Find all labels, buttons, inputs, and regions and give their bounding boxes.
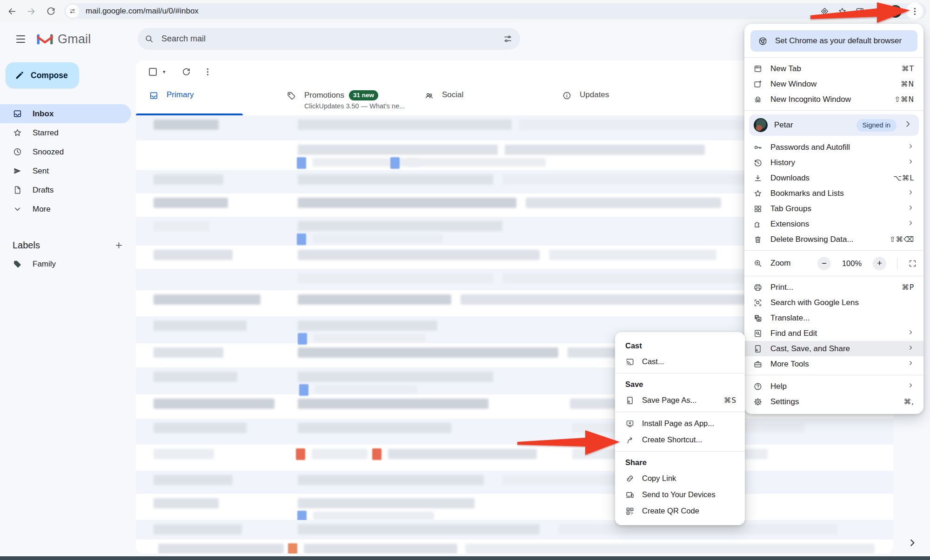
redacted-text bbox=[298, 524, 540, 534]
menu-item-new-tab[interactable]: New Tab⌘T bbox=[744, 61, 923, 76]
redacted-text bbox=[313, 234, 443, 243]
chevron-right-icon bbox=[907, 344, 914, 353]
browser-menu-button[interactable] bbox=[906, 3, 923, 20]
table-row[interactable] bbox=[136, 419, 893, 445]
select-dropdown-icon[interactable]: ▾ bbox=[163, 69, 166, 75]
menu-item-extensions[interactable]: Extensions bbox=[744, 216, 923, 232]
redacted-attachment bbox=[297, 157, 306, 169]
sidebar-item-snoozed[interactable]: Snoozed bbox=[0, 142, 131, 161]
menu-item-print[interactable]: Print...⌘P bbox=[744, 280, 923, 295]
menu-item-history[interactable]: History bbox=[744, 155, 923, 170]
more-icon bbox=[13, 204, 22, 214]
download-tray-icon[interactable] bbox=[870, 4, 884, 18]
tab-promotions[interactable]: Promotions31 newClickUpdates 3.50 — What… bbox=[274, 83, 411, 115]
chevron-right-icon bbox=[907, 143, 914, 150]
submenu-item-install-page-as-app[interactable]: Install Page as App... bbox=[615, 415, 745, 432]
side-panel-icon[interactable] bbox=[853, 4, 867, 18]
submenu-separator bbox=[615, 412, 745, 412]
pencil-icon bbox=[14, 70, 25, 80]
zoom-out-button[interactable]: − bbox=[817, 257, 831, 270]
table-row[interactable] bbox=[136, 520, 893, 540]
drafts-icon bbox=[13, 185, 22, 195]
bookmark-star-icon[interactable] bbox=[835, 4, 849, 18]
menu-item-downloads[interactable]: Downloads⌥⌘L bbox=[744, 170, 923, 186]
zoom-in-button[interactable]: + bbox=[873, 257, 886, 270]
sidebar-item-sent[interactable]: Sent bbox=[0, 161, 131, 180]
submenu-item-create-shortcut[interactable]: Create Shortcut... bbox=[615, 432, 745, 448]
menu-item-tab-groups[interactable]: Tab Groups bbox=[744, 201, 923, 216]
refresh-button[interactable] bbox=[178, 63, 195, 80]
tab-updates[interactable]: Updates bbox=[549, 83, 687, 115]
menu-item-search-with-google-lens[interactable]: Search with Google Lens bbox=[744, 295, 923, 310]
sidebar-item-more[interactable]: More bbox=[0, 200, 131, 219]
redacted-text bbox=[298, 145, 498, 155]
tab-social[interactable]: Social bbox=[411, 83, 549, 115]
menu-item-set-default-browser[interactable]: Set Chrome as your default browser bbox=[750, 30, 917, 52]
tab-promotions-text: Promotions31 newClickUpdates 3.50 — What… bbox=[304, 90, 405, 110]
more-options-icon[interactable] bbox=[199, 63, 217, 80]
menu-item-profile-petar[interactable]: PetarSigned in bbox=[749, 114, 919, 136]
extension-lens-icon[interactable] bbox=[817, 4, 831, 18]
redacted-text bbox=[298, 320, 437, 331]
menu-item-new-incognito-window[interactable]: New Incognito Window⇧⌘N bbox=[744, 92, 923, 107]
help-icon bbox=[753, 382, 763, 391]
table-row[interactable] bbox=[136, 471, 893, 494]
sidebar-label-family[interactable]: Family bbox=[0, 254, 131, 273]
menu-item-label: Settings bbox=[770, 397, 896, 407]
submenu-item-cast[interactable]: Cast... bbox=[615, 353, 745, 370]
redacted-text bbox=[298, 498, 475, 508]
address-bar[interactable]: mail.google.com/mail/u/0/#inbox bbox=[64, 3, 927, 19]
submenu-item-create-qr-code[interactable]: Create QR Code bbox=[615, 503, 745, 519]
submenu-item-label: Create Shortcut... bbox=[642, 435, 736, 444]
table-row[interactable] bbox=[136, 494, 893, 520]
side-panel-toggle[interactable] bbox=[904, 535, 920, 551]
search-input[interactable]: Search mail bbox=[161, 34, 503, 44]
redacted-text bbox=[154, 221, 209, 231]
reload-button[interactable] bbox=[43, 3, 59, 19]
back-button[interactable] bbox=[4, 3, 20, 19]
create-label-icon[interactable] bbox=[114, 240, 124, 250]
submenu-item-save-page-as[interactable]: Save Page As...⌘S bbox=[615, 392, 745, 408]
main-menu-icon[interactable] bbox=[11, 30, 30, 48]
menu-item-settings[interactable]: Settings⌘, bbox=[744, 394, 923, 409]
table-row[interactable] bbox=[136, 445, 893, 471]
tab-updates-row: Updates bbox=[580, 90, 609, 100]
menu-item-passwords-and-autofill[interactable]: Passwords and Autofill bbox=[744, 140, 923, 155]
chevron-right-icon bbox=[907, 344, 914, 351]
search-with-google-lens-icon bbox=[753, 298, 763, 307]
menu-item-cast-save-and-share[interactable]: Cast, Save, and Share bbox=[744, 341, 923, 356]
print-icon bbox=[753, 283, 763, 292]
menu-item-find-and-edit[interactable]: Find and Edit bbox=[744, 326, 923, 341]
table-row[interactable] bbox=[136, 540, 893, 553]
tab-primary[interactable]: Primary bbox=[136, 83, 274, 115]
submenu-item-copy-link[interactable]: Copy Link bbox=[615, 470, 745, 487]
site-settings-icon[interactable] bbox=[66, 5, 79, 18]
menu-item-translate[interactable]: Translate... bbox=[744, 310, 923, 326]
redacted-text bbox=[298, 347, 558, 358]
sidebar-item-starred[interactable]: Starred bbox=[0, 123, 131, 142]
chevron-right-icon bbox=[907, 189, 914, 196]
menu-item-help[interactable]: Help bbox=[744, 379, 923, 394]
profile-avatar[interactable] bbox=[889, 5, 902, 18]
copy-link-icon bbox=[625, 474, 635, 483]
sidebar-item-inbox[interactable]: Inbox bbox=[0, 104, 131, 123]
redacted-text bbox=[154, 250, 233, 260]
search-mail-bar[interactable]: Search mail bbox=[138, 28, 520, 50]
menu-item-label: New Tab bbox=[770, 64, 894, 73]
search-options-icon[interactable] bbox=[503, 34, 513, 44]
redacted-text bbox=[154, 294, 261, 305]
redacted-text bbox=[304, 544, 457, 553]
sidebar-item-drafts[interactable]: Drafts bbox=[0, 180, 131, 200]
submenu-item-send-to-your-devices[interactable]: Send to Your Devices bbox=[615, 487, 745, 503]
fullscreen-button[interactable] bbox=[908, 259, 917, 268]
menu-item-bookmarks-and-lists[interactable]: Bookmarks and Lists bbox=[744, 186, 923, 201]
redacted-text bbox=[298, 475, 484, 485]
menu-item-new-window[interactable]: New Window⌘N bbox=[744, 76, 923, 92]
select-all-checkbox[interactable] bbox=[149, 68, 157, 76]
url-text[interactable]: mail.google.com/mail/u/0/#inbox bbox=[86, 7, 814, 16]
starred-icon bbox=[13, 128, 22, 138]
menu-item-more-tools[interactable]: More Tools bbox=[744, 356, 923, 372]
forward-button[interactable] bbox=[23, 3, 39, 19]
compose-button[interactable]: Compose bbox=[6, 62, 79, 88]
menu-item-delete-browsing-data[interactable]: Delete Browsing Data...⇧⌘⌫ bbox=[744, 232, 923, 247]
